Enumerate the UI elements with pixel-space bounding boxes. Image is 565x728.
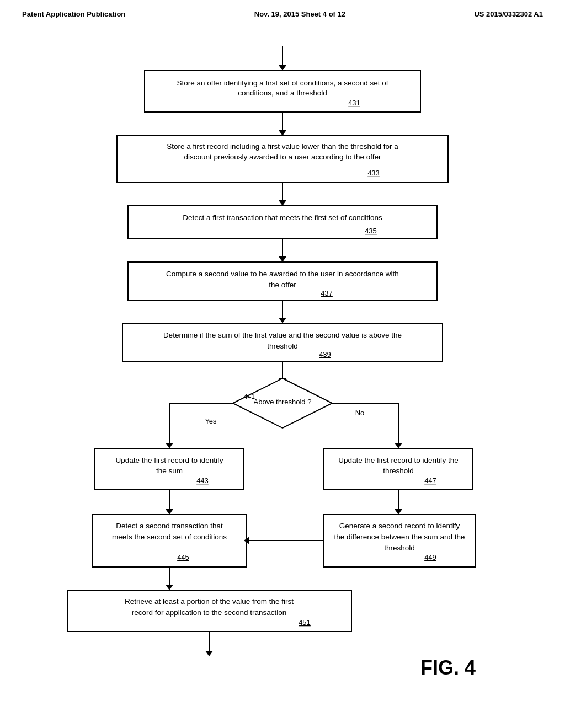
svg-text:the difference between the sum: the difference between the sum and the [334,533,465,541]
svg-text:Retrieve at least a portion of: Retrieve at least a portion of the value… [125,597,294,606]
flowchart-svg: Store an offer identifying a first set o… [34,40,531,691]
svg-text:Generate a second record to id: Generate a second record to identify [339,522,460,530]
header-left: Patent Application Publication [22,10,125,18]
svg-text:Above threshold ?: Above threshold ? [254,398,312,406]
svg-text:Store an offer identifying a f: Store an offer identifying a first set o… [177,79,388,87]
svg-marker-18 [279,256,286,262]
svg-text:449: 449 [424,553,436,561]
svg-text:Update the first record to ide: Update the first record to identify the [338,456,459,464]
svg-marker-57 [395,509,402,515]
svg-text:Store a first record including: Store a first record including a first v… [167,142,398,151]
diagram-area: Store an offer identifying a first set o… [0,24,565,691]
svg-text:447: 447 [424,477,436,485]
svg-text:meets the second set of condit: meets the second set of conditions [112,533,227,541]
svg-text:record for application to the : record for application to the second tra… [132,608,287,617]
header-middle: Nov. 19, 2015 Sheet 4 of 12 [254,10,345,18]
svg-text:threshold: threshold [383,467,414,475]
svg-text:439: 439 [319,350,331,358]
svg-text:Determine if the sum of the fi: Determine if the sum of the first value … [163,331,402,339]
svg-marker-51 [395,443,402,448]
svg-marker-44 [166,509,173,515]
svg-text:Update the first record to ide: Update the first record to identify [115,456,223,464]
svg-text:discount previously awarded to: discount previously awarded to a user ac… [184,153,381,161]
svg-marker-7 [279,130,286,136]
svg-text:Detect a first transaction tha: Detect a first transaction that meets th… [183,213,382,222]
svg-text:445: 445 [177,553,189,561]
svg-marker-13 [279,200,286,206]
svg-text:Yes: Yes [205,417,217,425]
svg-text:the sum: the sum [156,467,183,475]
svg-marker-1 [279,65,286,71]
svg-text:FIG. 4: FIG. 4 [420,656,476,679]
svg-text:433: 433 [367,169,380,177]
svg-marker-66 [166,585,173,590]
svg-text:threshold: threshold [267,342,298,350]
svg-text:451: 451 [299,618,311,627]
svg-text:431: 431 [348,99,360,107]
svg-text:the offer: the offer [269,281,296,289]
page-header: Patent Application Publication Nov. 19, … [0,0,565,24]
header-right: US 2015/0332302 A1 [474,10,543,18]
svg-text:435: 435 [365,227,377,235]
svg-text:conditions, and a threshold: conditions, and a threshold [238,89,327,97]
svg-text:No: No [355,409,365,417]
svg-text:Compute a second value to be a: Compute a second value to be awarded to … [166,270,399,278]
svg-text:threshold: threshold [384,544,415,552]
svg-text:Detect a second transaction th: Detect a second transaction that [116,522,223,530]
svg-rect-14 [128,206,437,239]
svg-text:437: 437 [321,289,333,297]
svg-marker-38 [166,443,173,448]
svg-text:443: 443 [196,477,209,485]
svg-marker-72 [205,651,213,656]
svg-marker-24 [279,318,286,323]
